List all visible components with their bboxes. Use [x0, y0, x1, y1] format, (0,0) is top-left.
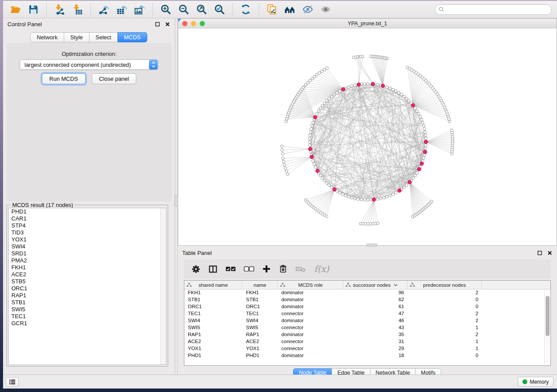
network-node[interactable]	[421, 121, 424, 124]
close-panel-icon[interactable]	[165, 21, 170, 27]
leaf-node[interactable]	[285, 117, 288, 120]
memory-button[interactable]: Memory	[518, 377, 554, 387]
network-node[interactable]	[394, 191, 397, 194]
network-node[interactable]	[341, 193, 344, 196]
show-log-button[interactable]	[6, 377, 19, 387]
network-node[interactable]	[392, 88, 394, 91]
zoom-selected-icon[interactable]	[214, 3, 225, 15]
network-node[interactable]	[420, 118, 423, 121]
leaf-node[interactable]	[325, 67, 328, 69]
network-node[interactable]	[336, 91, 338, 94]
network-node[interactable]	[392, 193, 394, 196]
leaf-node[interactable]	[352, 56, 355, 58]
mcds-result-item[interactable]: STP4	[9, 222, 166, 229]
network-node[interactable]	[419, 115, 422, 118]
network-node[interactable]	[317, 110, 320, 112]
mcds-result-item[interactable]: TID3	[9, 229, 166, 236]
leaf-node[interactable]	[377, 222, 379, 224]
network-node[interactable]	[422, 124, 425, 127]
network-node[interactable]	[412, 177, 415, 179]
import-table-icon[interactable]	[72, 3, 83, 15]
leaf-node[interactable]	[281, 157, 284, 160]
network-node[interactable]	[333, 93, 336, 96]
mcds-hub-node[interactable]	[333, 188, 336, 191]
leaf-node[interactable]	[430, 200, 433, 203]
network-node[interactable]	[389, 194, 391, 197]
refresh-layout-icon[interactable]	[240, 3, 252, 15]
export-network-icon[interactable]	[98, 3, 110, 15]
mcds-result-item[interactable]: PHD1	[9, 208, 166, 215]
column-header-name[interactable]: name	[242, 281, 278, 289]
leaf-node[interactable]	[285, 170, 288, 172]
mcds-hub-node[interactable]	[411, 103, 415, 107]
network-node[interactable]	[424, 147, 427, 150]
network-node[interactable]	[314, 166, 317, 168]
network-node[interactable]	[308, 144, 311, 146]
show-all-icon[interactable]	[320, 3, 332, 15]
leaf-node[interactable]	[323, 68, 325, 71]
mcds-result-item[interactable]: STB5	[9, 278, 166, 285]
network-node[interactable]	[350, 85, 353, 87]
mcds-result-item[interactable]: TEC1	[9, 313, 166, 320]
network-node[interactable]	[323, 102, 326, 104]
column-header-predecessor-nodes[interactable]: predecessor nodes	[408, 281, 482, 289]
mcds-result-item[interactable]: ORC1	[9, 285, 166, 292]
zoom-fit-icon[interactable]	[196, 3, 208, 15]
network-node[interactable]	[315, 112, 318, 115]
mcds-hub-node[interactable]	[313, 116, 317, 119]
network-node[interactable]	[308, 141, 311, 143]
column-header-shared-name[interactable]: shared name	[184, 281, 242, 289]
network-node[interactable]	[308, 137, 311, 140]
leaf-node[interactable]	[313, 75, 316, 78]
leaf-node[interactable]	[370, 55, 372, 58]
scrollbar-thumb[interactable]	[546, 296, 550, 336]
network-node[interactable]	[403, 95, 405, 98]
mcds-hub-node[interactable]	[371, 82, 374, 86]
network-node[interactable]	[344, 194, 347, 197]
table-scrollbar[interactable]	[544, 290, 550, 365]
network-node[interactable]	[350, 196, 353, 199]
network-node[interactable]	[363, 199, 366, 201]
mcds-hub-node[interactable]	[420, 162, 423, 165]
mcds-result-item[interactable]: CAR1	[9, 215, 166, 222]
network-node[interactable]	[383, 196, 385, 199]
mcds-hub-node[interactable]	[417, 167, 421, 171]
add-column-icon[interactable]	[262, 265, 271, 273]
network-node[interactable]	[321, 177, 324, 179]
mcds-result-item[interactable]: GCR1	[9, 320, 166, 327]
column-header-MCDS-role[interactable]: MCDS role	[278, 281, 343, 289]
tab-network[interactable]: Network	[30, 32, 64, 42]
leaf-node[interactable]	[325, 215, 328, 217]
duplicate-network-icon[interactable]	[266, 3, 278, 15]
network-node[interactable]	[311, 121, 314, 124]
tab-select[interactable]: Select	[89, 32, 118, 42]
network-node[interactable]	[405, 184, 408, 186]
network-node[interactable]	[415, 172, 418, 174]
network-node[interactable]	[414, 174, 416, 177]
table-row[interactable]: ACE2ACE2connector311	[184, 338, 550, 345]
network-node[interactable]	[408, 100, 410, 102]
mcds-result-item[interactable]: SRD1	[9, 250, 166, 257]
leaf-node[interactable]	[283, 163, 286, 166]
network-titlebar[interactable]: YPA_prune.txt_1	[178, 19, 557, 28]
network-node[interactable]	[319, 174, 322, 177]
network-node[interactable]	[425, 144, 427, 146]
network-node[interactable]	[424, 134, 427, 137]
leaf-node[interactable]	[450, 129, 453, 131]
mcds-result-item[interactable]: STB1	[9, 299, 166, 306]
network-node[interactable]	[321, 104, 324, 107]
network-node[interactable]	[376, 83, 379, 86]
network-node[interactable]	[309, 131, 312, 134]
column-header-successor-nodes[interactable]: successor nodes	[343, 281, 408, 289]
leaf-node[interactable]	[280, 145, 283, 148]
table-row[interactable]: FKH1FKH1dominator962	[184, 289, 550, 296]
network-node[interactable]	[325, 182, 328, 184]
network-node[interactable]	[330, 186, 333, 189]
list-scrollbar[interactable]	[160, 208, 166, 364]
network-node[interactable]	[311, 124, 313, 127]
network-node[interactable]	[347, 86, 350, 88]
float-panel-icon[interactable]	[155, 21, 160, 27]
leaf-node[interactable]	[285, 120, 287, 123]
table-row[interactable]: RAP1RAP1dominator352	[184, 331, 550, 338]
network-node[interactable]	[323, 179, 326, 182]
